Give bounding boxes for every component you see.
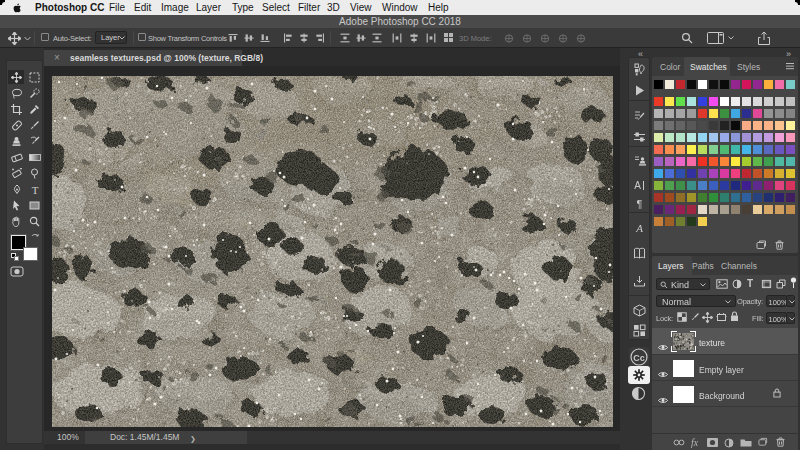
svg-text:T: T xyxy=(31,184,38,195)
svg-text:¶: ¶ xyxy=(637,198,643,210)
svg-text:A: A xyxy=(635,222,643,234)
svg-text:Cc: Cc xyxy=(633,353,645,363)
svg-text:A: A xyxy=(634,180,641,191)
